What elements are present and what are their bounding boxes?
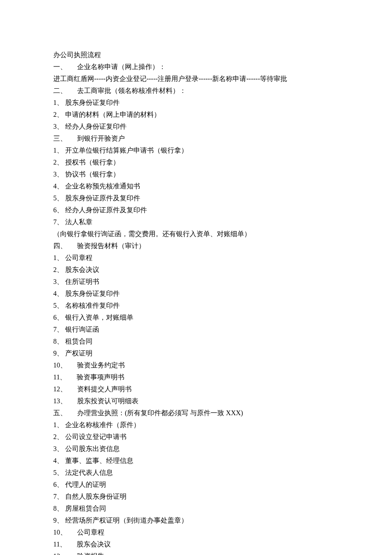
document-line: 9、 产权证明 — [53, 347, 339, 359]
document-line: 2、 股东会决议 — [53, 264, 339, 276]
document-line: 4、 董事、监事、经理信息 — [53, 455, 339, 467]
document-line: 12、 资料提交人声明书 — [53, 383, 339, 395]
document-line: 12、 验资报告 — [53, 550, 339, 555]
document-line: （向银行拿银行询证函，需交费用。还有银行入资单、对账细单） — [53, 228, 339, 240]
document-line: 2、 授权书（银行拿） — [53, 156, 339, 168]
document-line: 7、 自然人股东身份证明 — [53, 491, 339, 503]
document-line: 13、 股东投资认可明细表 — [53, 395, 339, 407]
document-line: 7、 法人私章 — [53, 216, 339, 228]
document-line: 10、 公司章程 — [53, 526, 339, 538]
document-line: 五、 办理营业执照：(所有复印件都必须写 与原件一致 XXX) — [53, 407, 339, 419]
document-line: 9、 经营场所产权证明（到街道办事处盖章） — [53, 515, 339, 526]
document-line: 一、 企业名称申请（网上操作）： — [53, 61, 339, 73]
document-line: 3、 公司股东出资信息 — [53, 443, 339, 455]
document-line: 进工商红盾网-----内资企业登记-----注册用户登录------新名称申请-… — [53, 73, 339, 85]
document-line: 6、 银行入资单，对账细单 — [53, 312, 339, 324]
document-line: 办公司执照流程 — [53, 49, 339, 61]
document-line: 6、 代理人的证明 — [53, 479, 339, 491]
document-line: 7、 银行询证函 — [53, 324, 339, 335]
document-line: 11、 验资事项声明书 — [53, 371, 339, 383]
document-content: 办公司执照流程 一、 企业名称申请（网上操作）： 进工商红盾网-----内资企业… — [53, 49, 339, 555]
document-line: 3、 住所证明书 — [53, 276, 339, 288]
document-line: 5、 股东身份证原件及复印件 — [53, 192, 339, 204]
document-line: 1、 开立单位银行结算账户申请书（银行拿） — [53, 145, 339, 156]
document-line: 三、 到银行开验资户 — [53, 133, 339, 145]
document-line: 1、 公司章程 — [53, 252, 339, 264]
document-line: 二、 去工商审批（领名称核准件材料）： — [53, 85, 339, 97]
document-line: 1、 股东身份证复印件 — [53, 97, 339, 109]
document-line: 3、 协议书（银行拿） — [53, 168, 339, 180]
document-line: 3、 经办人身份证复印件 — [53, 121, 339, 133]
document-line: 4、 企业名称预先核准通知书 — [53, 180, 339, 192]
document-line: 四、 验资报告材料（审计） — [53, 240, 339, 252]
document-line: 5、 法定代表人信息 — [53, 467, 339, 479]
document-line: 2、 公司设立登记申请书 — [53, 431, 339, 443]
document-line: 8、 房屋租赁合同 — [53, 503, 339, 515]
document-line: 4、 股东身份证复印件 — [53, 288, 339, 300]
document-line: 2、 申请的材料（网上申请的材料） — [53, 109, 339, 121]
document-line: 8、 租赁合同 — [53, 335, 339, 347]
document-line: 11、 股东会决议 — [53, 538, 339, 550]
document-line: 6、 经办人身份证原件及复印件 — [53, 204, 339, 216]
document-line: 5、 名称核准件复印件 — [53, 300, 339, 312]
document-line: 1、 企业名称核准件（原件） — [53, 419, 339, 431]
document-line: 10、 验资业务约定书 — [53, 359, 339, 371]
